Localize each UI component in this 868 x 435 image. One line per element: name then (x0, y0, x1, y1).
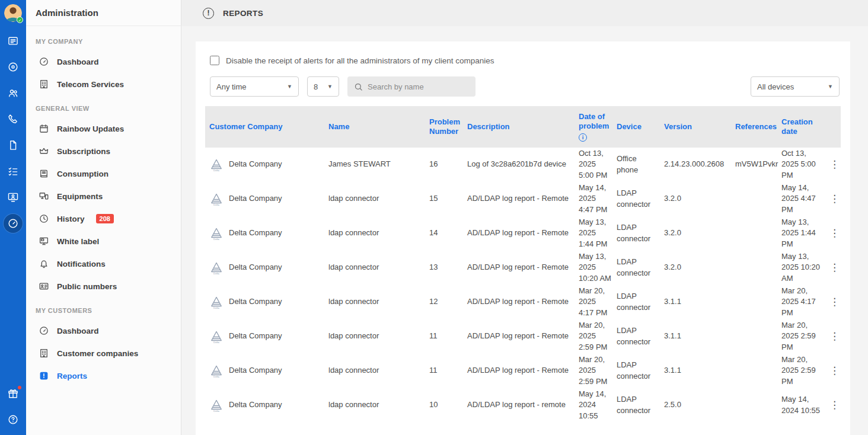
history-icon (39, 213, 49, 224)
cell-date-of-problem: May 13, 2025 1:44 PM (579, 217, 617, 250)
cell-problem-number: 14 (429, 228, 467, 238)
table-row[interactable]: Delta Delta Company ldap connector 12 AD… (205, 285, 841, 319)
sidebar-section-label: MY COMPANY (26, 28, 181, 50)
sidebar-item-history[interactable]: History208 (26, 207, 181, 230)
cell-date-of-problem: Oct 13, 2025 5:00 PM (579, 148, 617, 181)
company-logo-icon: Delta (208, 397, 224, 413)
table-row[interactable]: Delta Delta Company ldap connector 13 AD… (205, 251, 841, 285)
svg-text:Delta: Delta (213, 375, 219, 378)
sidebar-item-consumption[interactable]: Consumption (26, 162, 181, 185)
column-header-name[interactable]: Name (328, 116, 429, 137)
rail-calls-button[interactable] (4, 110, 23, 129)
main-area: ! REPORTS Disable the receipt of alerts … (181, 0, 868, 435)
cell-creation-date: May 13, 2025 1:44 PM (781, 217, 826, 250)
dashboard-icon (39, 56, 49, 67)
rail-tasks-button[interactable] (4, 162, 23, 181)
table-row[interactable]: Delta Delta Company ldap connector 11 AD… (205, 354, 841, 388)
rail-help-button[interactable] (4, 410, 23, 429)
cell-device: LDAP connector (617, 257, 664, 278)
page-size-value: 8 (314, 82, 318, 91)
devices-icon (39, 191, 49, 201)
cell-device: LDAP connector (617, 222, 664, 244)
time-filter-select[interactable]: Any time ▼ (210, 76, 299, 97)
column-header-problem-number[interactable]: Problem Number (429, 111, 467, 143)
sidebar-item-customer-companies[interactable]: Customer companies (26, 342, 181, 364)
rail-gift-button[interactable] (4, 384, 23, 403)
search-input[interactable] (368, 82, 469, 91)
cell-customer-company: Delta Company (229, 159, 328, 169)
cell-problem-number: 12 (429, 296, 467, 307)
svg-text:Delta: Delta (213, 341, 219, 344)
rail-admin-button[interactable] (4, 214, 23, 233)
rail-documents-button[interactable] (4, 136, 23, 155)
svg-text:Delta: Delta (213, 203, 219, 206)
row-menu-button[interactable]: ⋮ (826, 158, 843, 171)
avatar[interactable]: ✓ (4, 4, 22, 22)
cell-problem-number: 11 (429, 365, 467, 376)
column-header-description[interactable]: Description (467, 116, 579, 137)
meeting-icon (7, 191, 19, 203)
sidebar-item-public-numbers[interactable]: Public numbers (26, 275, 181, 298)
rail-news-button[interactable] (4, 31, 23, 50)
cell-description: AD/LDAP log report - Remote (467, 365, 579, 376)
row-menu-button[interactable]: ⋮ (826, 295, 843, 309)
admin-icon (7, 218, 19, 229)
row-menu-button[interactable]: ⋮ (826, 398, 843, 412)
row-menu-button[interactable]: ⋮ (826, 364, 843, 378)
sidebar-item-label: Subscriptions (57, 147, 110, 156)
cell-references: mV5W1Pvkr (735, 159, 781, 169)
disable-alerts-checkbox[interactable] (210, 56, 219, 65)
cell-description: AD/LDAP log report - Remote (467, 331, 579, 341)
company-logo-icon: Delta (208, 294, 224, 310)
sidebar-item-label: Public numbers (57, 282, 117, 291)
row-menu-button[interactable]: ⋮ (826, 261, 843, 274)
cell-date-of-problem: May 14, 2024 10:55 (579, 389, 617, 421)
page-header: ! REPORTS (181, 0, 868, 26)
sidebar-item-telecom-services[interactable]: Telecom Services (26, 73, 181, 95)
table-row[interactable]: Delta Delta Company ldap connector 11 AD… (205, 319, 841, 354)
sidebar-item-notifications[interactable]: Notifications (26, 252, 181, 275)
column-header-references[interactable]: References (735, 116, 781, 137)
cell-name: ldap connector (328, 399, 429, 410)
sidebar-item-label: History (57, 215, 85, 223)
rail-explore-button[interactable] (4, 57, 23, 76)
reports-table: Customer Company Name Problem Number Des… (205, 106, 841, 423)
info-icon[interactable]: i (579, 133, 587, 142)
column-header-date-of-problem[interactable]: Date of problem i (579, 106, 617, 148)
rail-contacts-button[interactable] (4, 84, 23, 103)
table-row[interactable]: Delta Delta Company ldap connector 14 AD… (205, 216, 841, 251)
device-filter-select[interactable]: All devices ▼ (751, 76, 840, 97)
contacts-icon (7, 87, 19, 99)
rail-meeting-button[interactable] (4, 188, 23, 207)
sidebar-item-white-label[interactable]: White label (26, 230, 181, 252)
table-row[interactable]: Delta Delta Company James STEWART 16 Log… (205, 148, 841, 182)
documents-icon (7, 139, 19, 151)
cell-date-of-problem: May 14, 2025 4:47 PM (579, 183, 617, 215)
column-header-creation-date[interactable]: Creation date (781, 111, 826, 143)
column-header-customer-company[interactable]: Customer Company (205, 116, 328, 137)
sidebar-item-rainbow-updates[interactable]: Rainbow Updates (26, 117, 181, 140)
sidebar-item-reports[interactable]: Reports (26, 364, 181, 387)
sidebar-item-label: Notifications (57, 260, 106, 268)
column-header-version[interactable]: Version (664, 116, 735, 137)
sidebar-item-dashboard[interactable]: Dashboard (26, 319, 181, 342)
sidebar-item-subscriptions[interactable]: Subscriptions (26, 140, 181, 162)
cell-customer-company: Delta Company (229, 365, 328, 376)
sidebar-item-label: Customer companies (57, 349, 138, 358)
cell-creation-date: May 14, 2024 10:55 (781, 394, 826, 415)
row-menu-button[interactable]: ⋮ (826, 330, 843, 343)
cell-description: AD/LDAP log report - Remote (467, 262, 579, 273)
svg-text:Delta: Delta (213, 306, 219, 309)
sidebar-item-equipments[interactable]: Equipments (26, 185, 181, 207)
table-row[interactable]: Delta Delta Company ldap connector 15 AD… (205, 182, 841, 216)
sidebar-section-label: GENERAL VIEW (26, 95, 181, 117)
table-row[interactable]: Delta Delta Company ldap connector 10 AD… (205, 388, 841, 423)
cell-date-of-problem: Mar 20, 2025 4:17 PM (579, 286, 617, 318)
page-size-select[interactable]: 8 ▼ (307, 76, 339, 97)
row-menu-button[interactable]: ⋮ (826, 192, 843, 206)
help-icon (7, 414, 19, 426)
column-header-device[interactable]: Device (617, 116, 664, 137)
sidebar-item-dashboard[interactable]: Dashboard (26, 50, 181, 73)
row-menu-button[interactable]: ⋮ (826, 226, 843, 240)
sidebar-item-label: Dashboard (57, 57, 99, 66)
